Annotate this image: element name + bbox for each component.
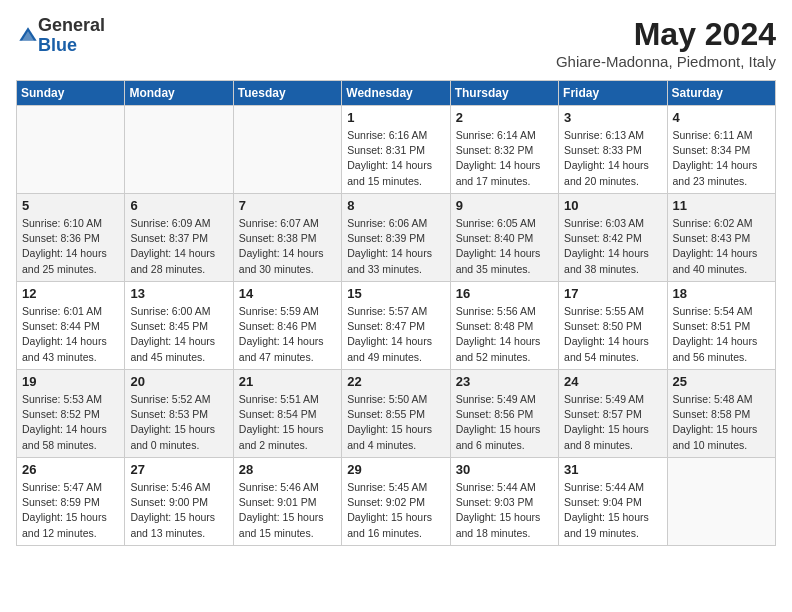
day-info: Sunrise: 5:52 AM Sunset: 8:53 PM Dayligh… xyxy=(130,392,227,453)
day-number: 9 xyxy=(456,198,553,213)
calendar-day: 29Sunrise: 5:45 AM Sunset: 9:02 PM Dayli… xyxy=(342,458,450,546)
calendar-day: 2Sunrise: 6:14 AM Sunset: 8:32 PM Daylig… xyxy=(450,106,558,194)
day-number: 25 xyxy=(673,374,770,389)
day-number: 29 xyxy=(347,462,444,477)
calendar-day: 19Sunrise: 5:53 AM Sunset: 8:52 PM Dayli… xyxy=(17,370,125,458)
day-info: Sunrise: 6:03 AM Sunset: 8:42 PM Dayligh… xyxy=(564,216,661,277)
calendar-day: 14Sunrise: 5:59 AM Sunset: 8:46 PM Dayli… xyxy=(233,282,341,370)
day-info: Sunrise: 6:00 AM Sunset: 8:45 PM Dayligh… xyxy=(130,304,227,365)
day-header-thursday: Thursday xyxy=(450,81,558,106)
day-info: Sunrise: 5:54 AM Sunset: 8:51 PM Dayligh… xyxy=(673,304,770,365)
day-number: 23 xyxy=(456,374,553,389)
day-number: 22 xyxy=(347,374,444,389)
calendar-day: 30Sunrise: 5:44 AM Sunset: 9:03 PM Dayli… xyxy=(450,458,558,546)
day-number: 3 xyxy=(564,110,661,125)
day-number: 31 xyxy=(564,462,661,477)
day-header-monday: Monday xyxy=(125,81,233,106)
calendar-day: 3Sunrise: 6:13 AM Sunset: 8:33 PM Daylig… xyxy=(559,106,667,194)
day-info: Sunrise: 6:11 AM Sunset: 8:34 PM Dayligh… xyxy=(673,128,770,189)
calendar-day: 17Sunrise: 5:55 AM Sunset: 8:50 PM Dayli… xyxy=(559,282,667,370)
calendar-day xyxy=(233,106,341,194)
day-info: Sunrise: 6:13 AM Sunset: 8:33 PM Dayligh… xyxy=(564,128,661,189)
day-number: 1 xyxy=(347,110,444,125)
day-info: Sunrise: 5:46 AM Sunset: 9:01 PM Dayligh… xyxy=(239,480,336,541)
calendar-day: 11Sunrise: 6:02 AM Sunset: 8:43 PM Dayli… xyxy=(667,194,775,282)
day-info: Sunrise: 5:48 AM Sunset: 8:58 PM Dayligh… xyxy=(673,392,770,453)
calendar-day: 28Sunrise: 5:46 AM Sunset: 9:01 PM Dayli… xyxy=(233,458,341,546)
day-header-friday: Friday xyxy=(559,81,667,106)
day-number: 6 xyxy=(130,198,227,213)
day-info: Sunrise: 5:45 AM Sunset: 9:02 PM Dayligh… xyxy=(347,480,444,541)
page-header: General Blue May 2024 Ghiare-Madonna, Pi… xyxy=(16,16,776,70)
day-info: Sunrise: 6:01 AM Sunset: 8:44 PM Dayligh… xyxy=(22,304,119,365)
day-info: Sunrise: 5:53 AM Sunset: 8:52 PM Dayligh… xyxy=(22,392,119,453)
day-info: Sunrise: 6:02 AM Sunset: 8:43 PM Dayligh… xyxy=(673,216,770,277)
logo-icon xyxy=(18,26,38,46)
calendar-day: 10Sunrise: 6:03 AM Sunset: 8:42 PM Dayli… xyxy=(559,194,667,282)
calendar-day: 5Sunrise: 6:10 AM Sunset: 8:36 PM Daylig… xyxy=(17,194,125,282)
calendar-day: 18Sunrise: 5:54 AM Sunset: 8:51 PM Dayli… xyxy=(667,282,775,370)
day-number: 17 xyxy=(564,286,661,301)
day-header-sunday: Sunday xyxy=(17,81,125,106)
day-info: Sunrise: 6:09 AM Sunset: 8:37 PM Dayligh… xyxy=(130,216,227,277)
title-block: May 2024 Ghiare-Madonna, Piedmont, Italy xyxy=(556,16,776,70)
day-info: Sunrise: 5:51 AM Sunset: 8:54 PM Dayligh… xyxy=(239,392,336,453)
calendar-day: 9Sunrise: 6:05 AM Sunset: 8:40 PM Daylig… xyxy=(450,194,558,282)
day-info: Sunrise: 6:07 AM Sunset: 8:38 PM Dayligh… xyxy=(239,216,336,277)
day-header-tuesday: Tuesday xyxy=(233,81,341,106)
day-number: 30 xyxy=(456,462,553,477)
calendar-day: 8Sunrise: 6:06 AM Sunset: 8:39 PM Daylig… xyxy=(342,194,450,282)
calendar-day: 4Sunrise: 6:11 AM Sunset: 8:34 PM Daylig… xyxy=(667,106,775,194)
day-number: 5 xyxy=(22,198,119,213)
calendar-day: 22Sunrise: 5:50 AM Sunset: 8:55 PM Dayli… xyxy=(342,370,450,458)
day-number: 21 xyxy=(239,374,336,389)
day-number: 28 xyxy=(239,462,336,477)
day-number: 19 xyxy=(22,374,119,389)
day-info: Sunrise: 6:10 AM Sunset: 8:36 PM Dayligh… xyxy=(22,216,119,277)
calendar-day: 15Sunrise: 5:57 AM Sunset: 8:47 PM Dayli… xyxy=(342,282,450,370)
calendar-day: 1Sunrise: 6:16 AM Sunset: 8:31 PM Daylig… xyxy=(342,106,450,194)
day-number: 24 xyxy=(564,374,661,389)
day-info: Sunrise: 5:49 AM Sunset: 8:57 PM Dayligh… xyxy=(564,392,661,453)
calendar-day: 24Sunrise: 5:49 AM Sunset: 8:57 PM Dayli… xyxy=(559,370,667,458)
day-info: Sunrise: 6:14 AM Sunset: 8:32 PM Dayligh… xyxy=(456,128,553,189)
day-number: 7 xyxy=(239,198,336,213)
day-number: 2 xyxy=(456,110,553,125)
day-info: Sunrise: 6:05 AM Sunset: 8:40 PM Dayligh… xyxy=(456,216,553,277)
calendar-day: 25Sunrise: 5:48 AM Sunset: 8:58 PM Dayli… xyxy=(667,370,775,458)
location-title: Ghiare-Madonna, Piedmont, Italy xyxy=(556,53,776,70)
calendar-week-row: 5Sunrise: 6:10 AM Sunset: 8:36 PM Daylig… xyxy=(17,194,776,282)
day-header-saturday: Saturday xyxy=(667,81,775,106)
calendar-day: 20Sunrise: 5:52 AM Sunset: 8:53 PM Dayli… xyxy=(125,370,233,458)
calendar-day: 31Sunrise: 5:44 AM Sunset: 9:04 PM Dayli… xyxy=(559,458,667,546)
day-number: 10 xyxy=(564,198,661,213)
day-number: 16 xyxy=(456,286,553,301)
calendar-day: 12Sunrise: 6:01 AM Sunset: 8:44 PM Dayli… xyxy=(17,282,125,370)
day-info: Sunrise: 5:59 AM Sunset: 8:46 PM Dayligh… xyxy=(239,304,336,365)
logo-text: General Blue xyxy=(38,16,105,56)
day-number: 18 xyxy=(673,286,770,301)
day-info: Sunrise: 5:56 AM Sunset: 8:48 PM Dayligh… xyxy=(456,304,553,365)
calendar-day: 26Sunrise: 5:47 AM Sunset: 8:59 PM Dayli… xyxy=(17,458,125,546)
day-info: Sunrise: 5:49 AM Sunset: 8:56 PM Dayligh… xyxy=(456,392,553,453)
day-header-wednesday: Wednesday xyxy=(342,81,450,106)
calendar-day: 6Sunrise: 6:09 AM Sunset: 8:37 PM Daylig… xyxy=(125,194,233,282)
calendar-day: 7Sunrise: 6:07 AM Sunset: 8:38 PM Daylig… xyxy=(233,194,341,282)
day-number: 20 xyxy=(130,374,227,389)
day-number: 8 xyxy=(347,198,444,213)
calendar-week-row: 1Sunrise: 6:16 AM Sunset: 8:31 PM Daylig… xyxy=(17,106,776,194)
day-number: 27 xyxy=(130,462,227,477)
calendar-day: 21Sunrise: 5:51 AM Sunset: 8:54 PM Dayli… xyxy=(233,370,341,458)
day-number: 15 xyxy=(347,286,444,301)
calendar-day: 16Sunrise: 5:56 AM Sunset: 8:48 PM Dayli… xyxy=(450,282,558,370)
day-info: Sunrise: 6:06 AM Sunset: 8:39 PM Dayligh… xyxy=(347,216,444,277)
day-number: 14 xyxy=(239,286,336,301)
day-info: Sunrise: 5:44 AM Sunset: 9:03 PM Dayligh… xyxy=(456,480,553,541)
day-info: Sunrise: 5:57 AM Sunset: 8:47 PM Dayligh… xyxy=(347,304,444,365)
day-info: Sunrise: 5:50 AM Sunset: 8:55 PM Dayligh… xyxy=(347,392,444,453)
calendar-day xyxy=(667,458,775,546)
calendar-table: SundayMondayTuesdayWednesdayThursdayFrid… xyxy=(16,80,776,546)
calendar-day: 27Sunrise: 5:46 AM Sunset: 9:00 PM Dayli… xyxy=(125,458,233,546)
calendar-week-row: 26Sunrise: 5:47 AM Sunset: 8:59 PM Dayli… xyxy=(17,458,776,546)
day-info: Sunrise: 5:44 AM Sunset: 9:04 PM Dayligh… xyxy=(564,480,661,541)
